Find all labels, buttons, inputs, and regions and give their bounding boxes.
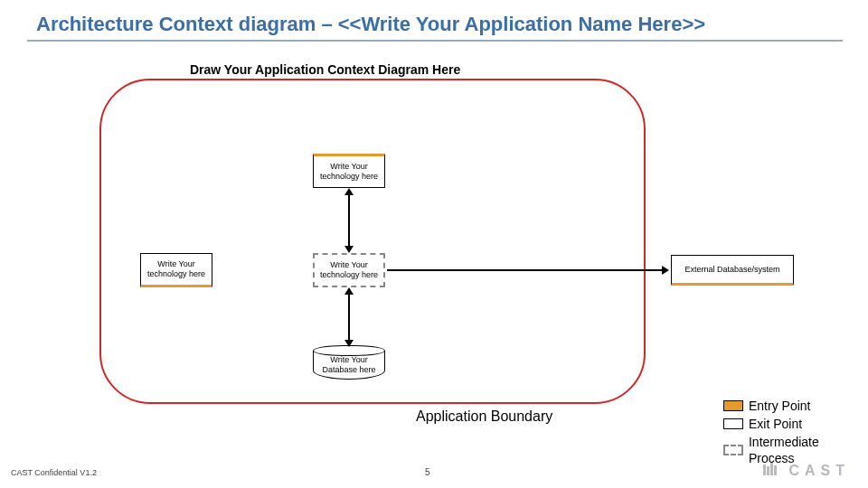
database-box-label: Write Your Database here	[314, 355, 384, 375]
exit-box-external-label: External Database/system	[684, 265, 779, 275]
slide: Architecture Context diagram – <<Write Y…	[0, 0, 868, 488]
arrow-center-db-head-up	[344, 287, 354, 295]
arrow-top-center	[348, 193, 350, 248]
legend-exit: Exit Point	[723, 416, 868, 432]
title-underline	[27, 40, 843, 42]
intermediate-box-center-label: Write Your technology here	[315, 260, 383, 280]
arrow-center-external-head	[662, 266, 669, 275]
boundary-label: Application Boundary	[416, 408, 552, 425]
diagram-subtitle: Draw Your Application Context Diagram He…	[190, 62, 460, 77]
legend-exit-label: Exit Point	[749, 416, 802, 432]
legend-intermediate-label: Intermediate Process	[749, 434, 868, 466]
footer-confidential: CAST Confidential V1.2	[11, 468, 97, 477]
exit-box-external: External Database/system	[671, 255, 794, 286]
arrow-top-center-head-up	[344, 188, 354, 195]
intermediate-box-center: Write Your technology here	[313, 253, 385, 287]
footer-logo: CAST	[763, 463, 850, 479]
arrow-center-db-head-down	[344, 340, 354, 347]
entry-box-left: Write Your technology here	[140, 253, 212, 287]
arrow-top-center-head-down	[344, 246, 354, 253]
footer-page-number: 5	[425, 467, 430, 477]
entry-box-top-label: Write Your technology here	[314, 162, 384, 182]
entry-box-top: Write Your technology here	[313, 154, 385, 188]
entry-box-left-label: Write Your technology here	[141, 259, 212, 279]
legend-entry-label: Entry Point	[749, 398, 810, 414]
legend-exit-swatch	[723, 418, 743, 429]
legend-intermediate-swatch	[723, 445, 743, 455]
logo-bars-icon	[763, 463, 778, 479]
logo-text: CAST	[788, 463, 850, 479]
legend: Entry Point Exit Point Intermediate Proc…	[723, 398, 868, 468]
legend-entry: Entry Point	[723, 398, 868, 414]
arrow-center-db	[348, 293, 350, 342]
legend-intermediate: Intermediate Process	[723, 434, 868, 466]
legend-entry-swatch	[723, 400, 743, 411]
page-title: Architecture Context diagram – <<Write Y…	[36, 13, 705, 36]
arrow-center-external	[387, 269, 662, 271]
